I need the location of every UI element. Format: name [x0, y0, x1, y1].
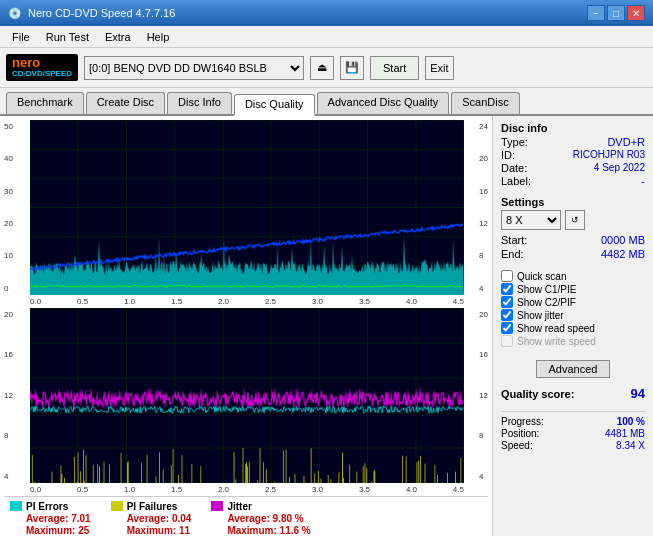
speed-selector[interactable]: 8 X	[501, 210, 561, 230]
pi-errors-avg-value: 7.01	[71, 513, 90, 524]
x-labels-bottom: 0.00.51.01.52.02.53.03.54.04.5	[4, 485, 488, 494]
menu-bar: File Run Test Extra Help	[0, 26, 653, 48]
show-c1pie-checkbox[interactable]	[501, 283, 513, 295]
progress-value: 100 %	[617, 416, 645, 427]
show-read-speed-checkbox[interactable]	[501, 322, 513, 334]
top-chart-wrapper: 50 40 30 20 10 0 24 20 16 12 8 4	[4, 120, 488, 295]
pi-errors-title: PI Errors	[26, 501, 68, 512]
show-c1pie-label: Show C1/PIE	[517, 284, 576, 295]
date-value: 4 Sep 2022	[594, 162, 645, 174]
id-value: RICOHJPN R03	[573, 149, 645, 161]
top-y-right-labels: 24 20 16 12 8 4	[479, 120, 488, 295]
show-jitter-label: Show jitter	[517, 310, 564, 321]
position-label: Position:	[501, 428, 539, 439]
show-c2pif-label: Show C2/PIF	[517, 297, 576, 308]
progress-label: Progress:	[501, 416, 544, 427]
menu-help[interactable]: Help	[139, 29, 178, 45]
jitter-avg-label: Average:	[227, 513, 269, 524]
settings-section: Settings 8 X ↺ Start: 0000 MB End: 4482 …	[501, 196, 645, 262]
id-label: ID:	[501, 149, 515, 161]
quality-score-label: Quality score:	[501, 388, 574, 400]
minimize-button[interactable]: −	[587, 5, 605, 21]
jitter-max-value: 11.6 %	[280, 525, 311, 536]
pi-failures-avg-label: Average:	[127, 513, 169, 524]
type-value: DVD+R	[607, 136, 645, 148]
start-value: 0000 MB	[601, 234, 645, 246]
date-label: Date:	[501, 162, 527, 174]
legend-area: PI Errors Average: 7.01 Maximum: 25 Tota…	[4, 496, 488, 536]
app-logo: nero CD·DVD/SPEED	[6, 54, 78, 81]
speed-value: 8.34 X	[616, 440, 645, 451]
show-jitter-checkbox[interactable]	[501, 309, 513, 321]
end-label: End:	[501, 248, 524, 260]
tab-create-disc[interactable]: Create Disc	[86, 92, 165, 114]
type-label: Type:	[501, 136, 528, 148]
start-label: Start:	[501, 234, 527, 246]
pi-errors-max-label: Maximum:	[26, 525, 75, 536]
tab-disc-quality[interactable]: Disc Quality	[234, 94, 315, 116]
top-chart-canvas	[30, 120, 464, 295]
title-bar-buttons: − □ ✕	[587, 5, 645, 21]
speed-label: Speed:	[501, 440, 533, 451]
save-button[interactable]: 💾	[340, 56, 364, 80]
label-value: -	[641, 175, 645, 187]
bottom-y-right-labels: 20 16 12 8 4	[479, 308, 488, 483]
quick-scan-label: Quick scan	[517, 271, 566, 282]
checkboxes-section: Quick scan Show C1/PIE Show C2/PIF Show …	[501, 270, 645, 348]
settings-label: Settings	[501, 196, 645, 208]
legend-jitter: Jitter Average: 9.80 % Maximum: 11.6 % P…	[211, 501, 310, 536]
jitter-title: Jitter	[227, 501, 251, 512]
chart-area: 50 40 30 20 10 0 24 20 16 12 8 4 0.00.51…	[0, 116, 493, 536]
pi-errors-max-value: 25	[78, 525, 89, 536]
menu-extra[interactable]: Extra	[97, 29, 139, 45]
label-label: Label:	[501, 175, 531, 187]
tab-benchmark[interactable]: Benchmark	[6, 92, 84, 114]
close-button[interactable]: ✕	[627, 5, 645, 21]
show-c2pif-checkbox[interactable]	[501, 296, 513, 308]
drive-selector[interactable]: [0:0] BENQ DVD DD DW1640 BSLB	[84, 56, 304, 80]
maximize-button[interactable]: □	[607, 5, 625, 21]
show-write-speed-label: Show write speed	[517, 336, 596, 347]
reset-speed-button[interactable]: ↺	[565, 210, 585, 230]
pi-failures-color-box	[111, 501, 123, 511]
advanced-button[interactable]: Advanced	[536, 360, 611, 378]
pi-failures-title: PI Failures	[127, 501, 178, 512]
exit-button[interactable]: Exit	[425, 56, 453, 80]
app-icon: 💿	[8, 7, 22, 20]
bottom-chart-wrapper: 20 16 12 8 4 20 16 12 8 4	[4, 308, 488, 483]
x-labels-top: 0.00.51.01.52.02.53.03.54.04.5	[4, 297, 488, 306]
quality-score-section: Quality score: 94	[501, 386, 645, 401]
pi-failures-avg-value: 0.04	[172, 513, 191, 524]
quality-score-value: 94	[631, 386, 645, 401]
tab-bar: Benchmark Create Disc Disc Info Disc Qua…	[0, 88, 653, 116]
bottom-y-left-labels: 20 16 12 8 4	[4, 308, 13, 483]
start-button[interactable]: Start	[370, 56, 419, 80]
title-bar: 💿 Nero CD-DVD Speed 4.7.7.16 − □ ✕	[0, 0, 653, 26]
legend-pi-failures: PI Failures Average: 0.04 Maximum: 11 To…	[111, 501, 192, 536]
menu-run-test[interactable]: Run Test	[38, 29, 97, 45]
eject-button[interactable]: ⏏	[310, 56, 334, 80]
progress-section: Progress: 100 % Position: 4481 MB Speed:…	[501, 411, 645, 452]
end-value: 4482 MB	[601, 248, 645, 260]
logo-text: nero	[12, 56, 72, 70]
pi-errors-avg-label: Average:	[26, 513, 68, 524]
tab-disc-info[interactable]: Disc Info	[167, 92, 232, 114]
jitter-max-label: Maximum:	[227, 525, 276, 536]
logo-subtext: CD·DVD/SPEED	[12, 70, 72, 79]
pi-failures-max-value: 11	[179, 525, 190, 536]
legend-pi-errors: PI Errors Average: 7.01 Maximum: 25 Tota…	[10, 501, 91, 536]
menu-file[interactable]: File	[4, 29, 38, 45]
tab-scan-disc[interactable]: ScanDisc	[451, 92, 519, 114]
main-content: 50 40 30 20 10 0 24 20 16 12 8 4 0.00.51…	[0, 116, 653, 536]
show-write-speed-checkbox[interactable]	[501, 335, 513, 347]
tab-advanced-disc-quality[interactable]: Advanced Disc Quality	[317, 92, 450, 114]
bottom-chart-canvas	[30, 308, 464, 483]
pi-failures-max-label: Maximum:	[127, 525, 176, 536]
disc-info-section: Disc info Type: DVD+R ID: RICOHJPN R03 D…	[501, 122, 645, 188]
quick-scan-checkbox[interactable]	[501, 270, 513, 282]
toolbar: nero CD·DVD/SPEED [0:0] BENQ DVD DD DW16…	[0, 48, 653, 88]
pi-errors-color-box	[10, 501, 22, 511]
jitter-color-box	[211, 501, 223, 511]
title-bar-left: 💿 Nero CD-DVD Speed 4.7.7.16	[8, 7, 175, 20]
top-y-left-labels: 50 40 30 20 10 0	[4, 120, 13, 295]
